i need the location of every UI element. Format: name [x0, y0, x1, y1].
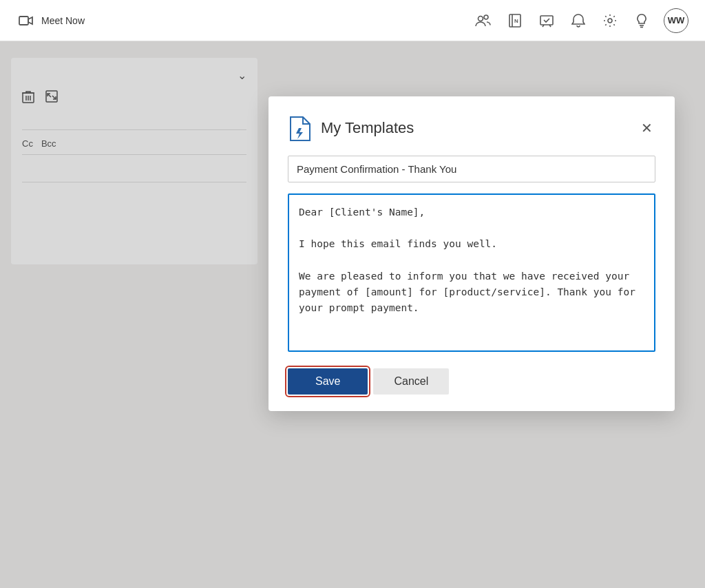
close-icon[interactable]: ✕	[638, 117, 655, 139]
bell-icon[interactable]	[569, 11, 588, 30]
modal-footer: Save Cancel	[288, 368, 655, 395]
svg-point-7	[608, 19, 612, 23]
modal-title: My Templates	[321, 119, 414, 137]
avatar[interactable]: WW	[664, 8, 688, 33]
meet-now-label[interactable]: Meet Now	[41, 15, 85, 26]
svg-point-2	[478, 16, 483, 21]
modal-header: My Templates ✕	[288, 116, 655, 140]
top-bar: Meet Now N	[0, 0, 705, 41]
top-bar-icons: N	[474, 8, 688, 33]
my-templates-modal: My Templates ✕ Save Cancel	[269, 96, 675, 411]
meet-now-section: Meet Now	[17, 11, 85, 30]
svg-text:N: N	[514, 18, 518, 24]
template-body-textarea[interactable]	[288, 193, 655, 352]
main-area: ⌄	[0, 41, 705, 588]
cancel-button[interactable]: Cancel	[373, 368, 449, 395]
svg-rect-0	[19, 17, 28, 25]
video-icon[interactable]	[17, 11, 36, 30]
notebook-icon[interactable]: N	[505, 11, 525, 30]
svg-point-1	[484, 15, 488, 19]
gear-icon[interactable]	[600, 11, 620, 30]
whiteboard-icon[interactable]	[537, 11, 556, 30]
template-icon	[288, 116, 313, 140]
lightbulb-icon[interactable]	[632, 11, 651, 30]
save-button[interactable]: Save	[288, 368, 368, 395]
teams-icon[interactable]	[474, 11, 493, 30]
modal-header-left: My Templates	[288, 116, 414, 140]
template-name-input[interactable]	[288, 156, 655, 182]
svg-rect-6	[540, 16, 553, 25]
